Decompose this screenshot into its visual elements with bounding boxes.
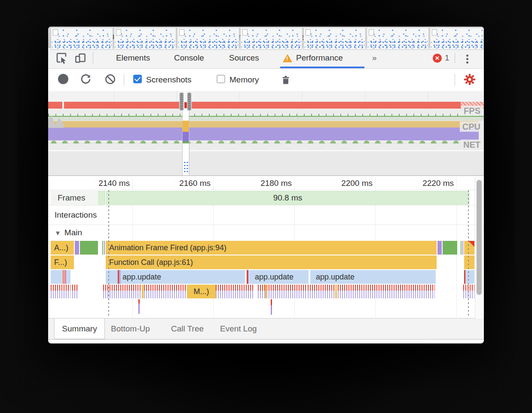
tab-elements[interactable]: Elements	[116, 48, 150, 68]
flame-sliver	[102, 241, 103, 255]
devtools-window: Developer Tools - https://googlechrome.g…	[48, 27, 484, 343]
detail-tick: 2140 ms	[83, 177, 130, 189]
tab-console[interactable]: Console	[174, 48, 204, 68]
tab-event-log[interactable]: Event Log	[220, 319, 257, 339]
selection-cpu-rendering	[183, 132, 189, 141]
js-frame[interactable]	[51, 270, 62, 284]
dense-layout-events[interactable]	[308, 285, 435, 298]
flame-event-minor-gc[interactable]: M...)	[187, 285, 216, 298]
flame-event-clipped-right[interactable]	[464, 255, 474, 269]
filmstrip-thumbnail[interactable]	[114, 27, 176, 50]
flame-sliver	[142, 285, 144, 298]
flame-event-painting[interactable]	[80, 241, 98, 255]
detail-tick: 2220 ms	[407, 177, 454, 189]
memory-label[interactable]: Memory	[229, 69, 259, 91]
flame-event-animation-frame[interactable]: Animation Frame Fired (app.js:94)	[106, 241, 437, 255]
js-frame-app-update[interactable]: app.update	[106, 270, 245, 284]
flame-event-function-call[interactable]: Function Call (app.js:61)	[106, 255, 437, 269]
flame-event-rendering[interactable]	[75, 241, 79, 255]
selection-left-handle[interactable]	[179, 92, 184, 111]
clear-recording-icon[interactable]	[104, 73, 116, 85]
dense-layout-events[interactable]	[72, 285, 78, 298]
fps-lane-label: FPS	[461, 106, 483, 116]
screenshots-checkbox[interactable]	[133, 75, 142, 83]
net-lane-divider	[48, 143, 484, 144]
jank-bar-gap	[62, 102, 64, 109]
flame-event-clipped-right[interactable]	[464, 241, 474, 255]
toolbar-divider	[455, 74, 455, 86]
detail-tick: 2160 ms	[163, 177, 211, 189]
filmstrip-thumbnail[interactable]	[177, 27, 239, 50]
dense-layout-events[interactable]	[216, 285, 254, 298]
flame-event-clipped[interactable]: F...)	[51, 255, 74, 269]
filmstrip-thumbnail[interactable]	[303, 27, 366, 50]
row-divider	[48, 190, 484, 190]
flame-sliver	[138, 304, 140, 314]
flame-sliver	[265, 285, 267, 298]
error-badge-icon[interactable]: ✕	[433, 54, 442, 63]
flame-event-clipped[interactable]: A...)	[51, 241, 74, 255]
capture-settings-gear-icon[interactable]	[463, 73, 476, 86]
more-tabs-chevron[interactable]: »	[372, 48, 377, 68]
tab-bottom-up[interactable]: Bottom-Up	[111, 319, 150, 339]
selection-cpu-scripting	[183, 121, 189, 132]
dense-layout-events[interactable]	[103, 285, 187, 298]
filmstrip-thumbnail[interactable]	[240, 27, 303, 50]
scrollbar-thumb[interactable]	[477, 180, 482, 295]
js-frame[interactable]	[465, 270, 474, 284]
js-frame-app-update[interactable]: app.update	[249, 270, 309, 284]
frame-boundary-marker	[108, 190, 109, 316]
record-button[interactable]	[58, 74, 68, 84]
frame-duration-label: 90.8 ms	[106, 191, 469, 205]
screenshots-label[interactable]: Screenshots	[146, 69, 192, 91]
vertical-scrollbar[interactable]	[475, 177, 483, 319]
device-toolbar-icon[interactable]	[74, 52, 87, 64]
flame-sliver	[104, 241, 105, 255]
flame-event-painting[interactable]	[443, 241, 457, 255]
error-count: 1	[445, 48, 449, 68]
flame-sliver	[66, 270, 67, 284]
filmstrip-thumbnail[interactable]	[367, 27, 429, 50]
flame-sliver	[461, 241, 462, 255]
dense-layout-events[interactable]	[51, 285, 70, 298]
flame-sliver	[271, 299, 272, 305]
filmstrip-thumbnail[interactable]	[430, 27, 484, 50]
tab-summary[interactable]: Summary	[54, 318, 105, 339]
jank-indicator-bar	[48, 102, 484, 109]
detail-tick: 2180 ms	[245, 177, 292, 189]
row-divider	[48, 225, 484, 225]
tab-call-tree[interactable]: Call Tree	[171, 319, 204, 339]
js-frame[interactable]	[67, 270, 70, 284]
trash-icon[interactable]	[280, 74, 291, 85]
inspect-element-icon[interactable]	[55, 52, 68, 64]
flame-event-rendering[interactable]	[437, 241, 442, 255]
net-lane-label: NET	[461, 140, 483, 150]
cpu-lane-label: CPU	[460, 121, 483, 132]
tab-sources[interactable]: Sources	[229, 48, 259, 68]
filmstrip-thumbnail[interactable]	[51, 27, 113, 50]
flame-sliver	[335, 285, 337, 298]
tab-performance[interactable]: Performance	[296, 48, 343, 68]
main-track-label: Main	[64, 228, 82, 237]
detail-tick: 2200 ms	[325, 177, 373, 189]
selection-cpu-painting	[183, 141, 189, 143]
tabbar-divider	[455, 53, 455, 63]
toolbar-divider	[124, 74, 124, 86]
dense-layout-events[interactable]	[463, 285, 474, 298]
selection-filmstrip-frame	[183, 152, 189, 174]
flame-sliver	[119, 270, 120, 284]
flame-sliver	[63, 270, 64, 284]
js-frame-app-update[interactable]: app.update	[310, 270, 436, 284]
active-tab-underline	[280, 67, 364, 68]
selection-right-handle[interactable]	[187, 92, 192, 111]
flame-sliver	[118, 270, 119, 284]
toolbar-divider	[93, 52, 93, 64]
memory-checkbox[interactable]	[217, 75, 225, 83]
main-track-header[interactable]: ▼Main	[55, 225, 82, 240]
thumbnail-ui-chrome	[53, 29, 58, 36]
collapse-arrow-icon[interactable]: ▼	[55, 229, 61, 237]
kebab-menu-icon[interactable]	[466, 53, 468, 65]
cpu-rendering-area	[48, 128, 479, 140]
thumbnail-ui-chrome	[369, 29, 374, 36]
reload-record-button[interactable]	[80, 73, 92, 85]
